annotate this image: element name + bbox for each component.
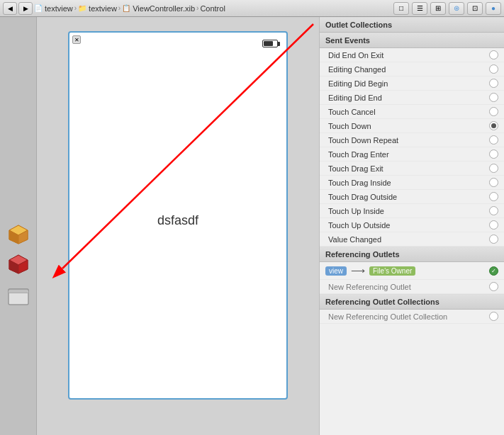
event-row-touch-down-repeat: Touch Down Repeat	[320, 133, 504, 147]
event-row-editing-did-end: Editing Did End	[320, 91, 504, 105]
event-radio-touch-drag-exit[interactable]	[489, 164, 498, 173]
event-row-editing-did-begin: Editing Did Begin	[320, 77, 504, 91]
event-label-touch-drag-enter: Touch Drag Enter	[328, 150, 389, 159]
red-cube-icon	[6, 252, 30, 276]
event-label-touch-cancel: Touch Cancel	[328, 108, 376, 116]
event-label-touch-drag-outside: Touch Drag Outside	[328, 193, 397, 201]
textview-content: dsfasdf	[157, 213, 198, 228]
event-label-editing-did-begin: Editing Did Begin	[328, 79, 388, 88]
red-cube-object[interactable]	[5, 251, 32, 278]
new-outlet-radio[interactable]	[489, 282, 498, 291]
status-bar	[75, 38, 281, 49]
event-label-touch-drag-inside: Touch Drag Inside	[328, 179, 391, 187]
new-outlet-label: New Referencing Outlet	[328, 283, 411, 291]
orange-cube-icon	[6, 222, 30, 247]
event-radio-touch-drag-outside[interactable]	[489, 192, 498, 201]
right-panel: Outlet Collections Sent Events Did End O…	[319, 17, 504, 435]
left-panel: ✕ dsfasdf	[0, 17, 319, 435]
new-outlet-row: New Referencing Outlet	[320, 280, 504, 294]
new-outlet-collection-row: New Referencing Outlet Collection	[320, 310, 504, 324]
outlet-arrow-icon: ⟶	[351, 265, 365, 276]
event-row-touch-cancel: Touch Cancel	[320, 105, 504, 119]
forward-button[interactable]: ▶	[18, 2, 33, 15]
breadcrumb-label-1: textview	[45, 4, 73, 13]
event-radio-value-changed[interactable]	[489, 235, 498, 244]
event-label-did-end-on-exit: Did End On Exit	[328, 51, 383, 60]
breadcrumb-item-1[interactable]: 📄 textview	[34, 4, 73, 13]
toolbar-btn-4[interactable]: ⊛	[449, 2, 464, 15]
event-label-touch-drag-exit: Touch Drag Exit	[328, 164, 383, 173]
event-row-touch-drag-enter: Touch Drag Enter	[320, 147, 504, 162]
event-row-touch-up-inside: Touch Up Inside	[320, 204, 504, 218]
breadcrumb-label-2: textview	[89, 4, 117, 13]
event-radio-did-end-on-exit[interactable]	[489, 50, 498, 60]
new-outlet-collection-label: New Referencing Outlet Collection	[328, 312, 447, 321]
toolbar-btn-5[interactable]: ⊡	[467, 2, 483, 15]
orange-cube-object[interactable]	[5, 221, 32, 248]
toolbar-right: □ ☰ ⊞ ⊛ ⊡ ●	[393, 2, 501, 15]
xib-icon: 📋	[122, 4, 130, 12]
breadcrumb: 📄 textview › 📁 textview › 📋 ViewControll…	[34, 4, 392, 13]
iphone-frame: ✕ dsfasdf	[68, 31, 288, 400]
outlet-connection-row: view ⟶ File's Owner ✓	[320, 262, 504, 280]
toolbar-btn-1[interactable]: □	[393, 2, 409, 15]
referencing-outlet-collections-header: Referencing Outlet Collections	[320, 294, 504, 310]
view-controller-object[interactable]	[5, 283, 32, 310]
breadcrumb-item-4[interactable]: Control	[200, 4, 225, 13]
event-label-editing-changed: Editing Changed	[328, 65, 386, 74]
event-radio-touch-down[interactable]	[489, 121, 498, 130]
breadcrumb-item-2[interactable]: 📁 textview	[78, 4, 117, 13]
event-radio-editing-changed[interactable]	[489, 64, 498, 74]
main-area: ✕ dsfasdf	[0, 17, 504, 435]
breadcrumb-sep-1: ›	[74, 4, 77, 12]
event-radio-touch-down-repeat[interactable]	[489, 135, 498, 145]
event-row-touch-drag-exit: Touch Drag Exit	[320, 162, 504, 176]
back-button[interactable]: ◀	[3, 2, 17, 15]
breadcrumb-item-3[interactable]: 📋 ViewController.xib	[122, 4, 195, 13]
event-radio-touch-drag-enter[interactable]	[489, 149, 498, 159]
event-row-touch-drag-outside: Touch Drag Outside	[320, 190, 504, 204]
toolbar-btn-3[interactable]: ⊞	[430, 2, 446, 15]
event-radio-touch-drag-inside[interactable]	[489, 178, 498, 187]
close-button[interactable]: ✕	[72, 35, 81, 44]
event-row-touch-down: Touch Down	[320, 119, 504, 133]
event-radio-editing-did-begin[interactable]	[489, 79, 498, 88]
referencing-outlets-header: Referencing Outlets	[320, 247, 504, 262]
event-label-touch-up-inside: Touch Up Inside	[328, 207, 384, 215]
new-outlet-collection-radio[interactable]	[489, 312, 498, 321]
event-label-touch-up-outside: Touch Up Outside	[328, 221, 390, 230]
event-label-value-changed: Value Changed	[328, 235, 381, 244]
breadcrumb-sep-3: ›	[196, 4, 198, 12]
outlet-circle-filled[interactable]: ✓	[489, 266, 498, 276]
svg-rect-10	[9, 290, 28, 293]
view-controller-icon	[6, 285, 30, 309]
event-radio-touch-cancel[interactable]	[489, 107, 498, 116]
outlet-target-tag[interactable]: File's Owner	[369, 266, 415, 276]
outlet-source-tag[interactable]: view	[325, 266, 347, 276]
event-label-touch-down: Touch Down	[328, 122, 371, 130]
event-row-did-end-on-exit: Did End On Exit	[320, 48, 504, 62]
breadcrumb-sep-2: ›	[118, 4, 121, 12]
event-radio-touch-up-inside[interactable]	[489, 206, 498, 215]
file-icon-1: 📄	[34, 4, 43, 12]
event-label-editing-did-end: Editing Did End	[328, 94, 382, 102]
event-label-touch-down-repeat: Touch Down Repeat	[328, 136, 398, 145]
toolbar: ◀ ▶ 📄 textview › 📁 textview › 📋 ViewCont…	[0, 0, 504, 17]
breadcrumb-label-4: Control	[200, 4, 225, 13]
outlet-collections-header: Outlet Collections	[320, 17, 504, 33]
toolbar-btn-6[interactable]: ●	[486, 2, 501, 15]
event-radio-editing-did-end[interactable]	[489, 93, 498, 102]
canvas-area[interactable]: ✕ dsfasdf	[37, 17, 319, 435]
iphone-content: dsfasdf	[75, 49, 281, 392]
event-row-editing-changed: Editing Changed	[320, 62, 504, 77]
folder-icon: 📁	[78, 4, 86, 12]
object-sidebar	[0, 17, 37, 435]
event-row-touch-up-outside: Touch Up Outside	[320, 218, 504, 232]
event-radio-touch-up-outside[interactable]	[489, 220, 498, 230]
event-row-touch-drag-inside: Touch Drag Inside	[320, 176, 504, 190]
toolbar-btn-2[interactable]: ☰	[412, 2, 427, 15]
event-row-value-changed: Value Changed	[320, 232, 504, 247]
breadcrumb-label-3: ViewController.xib	[133, 4, 195, 13]
battery-icon	[262, 40, 278, 47]
sent-events-header: Sent Events	[320, 33, 504, 48]
